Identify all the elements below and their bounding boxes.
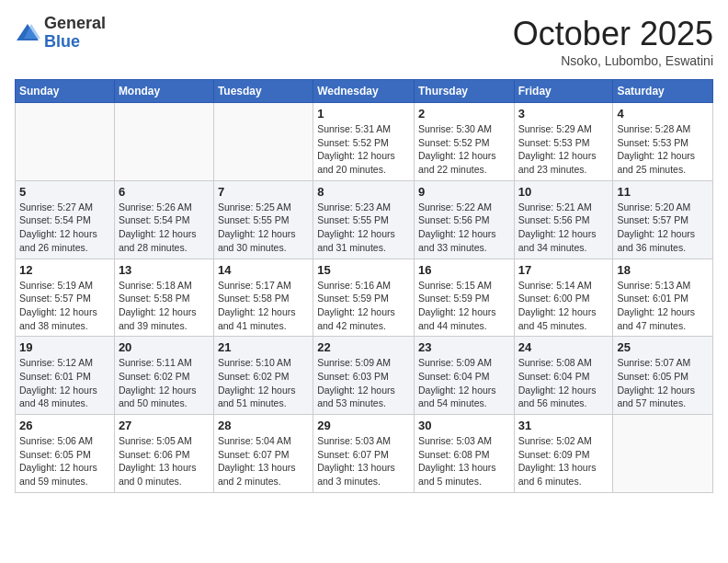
day-number: 27 (119, 419, 210, 432)
calendar-cell: 28Sunrise: 5:04 AMSunset: 6:07 PMDayligh… (213, 415, 313, 493)
location: Nsoko, Lubombo, Eswatini (513, 53, 713, 68)
month-title: October 2025 (513, 15, 713, 53)
day-info: Sunrise: 5:13 AMSunset: 6:01 PMDaylight:… (617, 279, 709, 333)
day-number: 7 (218, 185, 309, 199)
header-sunday: Sunday (16, 80, 115, 103)
calendar-week-1: 1Sunrise: 5:31 AMSunset: 5:52 PMDaylight… (16, 103, 713, 181)
logo-icon (15, 20, 40, 46)
calendar-cell: 26Sunrise: 5:06 AMSunset: 6:05 PMDayligh… (16, 415, 115, 493)
day-number: 28 (218, 419, 309, 432)
day-info: Sunrise: 5:11 AMSunset: 6:02 PMDaylight:… (119, 356, 210, 410)
day-info: Sunrise: 5:25 AMSunset: 5:55 PMDaylight:… (218, 201, 309, 255)
day-info: Sunrise: 5:03 AMSunset: 6:07 PMDaylight:… (317, 434, 410, 488)
day-info: Sunrise: 5:17 AMSunset: 5:58 PMDaylight:… (218, 279, 309, 333)
day-info: Sunrise: 5:28 AMSunset: 5:53 PMDaylight:… (617, 122, 709, 177)
calendar-cell: 11Sunrise: 5:20 AMSunset: 5:57 PMDayligh… (613, 180, 713, 259)
calendar-cell: 22Sunrise: 5:09 AMSunset: 6:03 PMDayligh… (313, 337, 415, 415)
day-info: Sunrise: 5:06 AMSunset: 6:05 PMDaylight:… (19, 434, 110, 488)
day-info: Sunrise: 5:08 AMSunset: 6:04 PMDaylight:… (518, 356, 609, 410)
day-info: Sunrise: 5:22 AMSunset: 5:56 PMDaylight:… (418, 201, 510, 255)
day-number: 5 (19, 185, 110, 199)
calendar-cell: 27Sunrise: 5:05 AMSunset: 6:06 PMDayligh… (114, 415, 213, 493)
day-info: Sunrise: 5:26 AMSunset: 5:54 PMDaylight:… (119, 201, 210, 255)
day-number: 18 (617, 263, 709, 277)
calendar-cell: 1Sunrise: 5:31 AMSunset: 5:52 PMDaylight… (313, 103, 415, 181)
calendar-cell: 25Sunrise: 5:07 AMSunset: 6:05 PMDayligh… (613, 337, 713, 415)
logo: General Blue (15, 15, 106, 52)
page-header: General Blue October 2025 Nsoko, Lubombo… (15, 15, 713, 68)
calendar-cell: 18Sunrise: 5:13 AMSunset: 6:01 PMDayligh… (613, 259, 713, 337)
day-number: 20 (119, 340, 210, 354)
calendar-cell: 6Sunrise: 5:26 AMSunset: 5:54 PMDaylight… (114, 180, 213, 259)
day-number: 12 (19, 263, 110, 277)
calendar-cell: 20Sunrise: 5:11 AMSunset: 6:02 PMDayligh… (114, 337, 213, 415)
logo-blue: Blue (44, 33, 106, 52)
calendar-cell (213, 103, 313, 181)
day-info: Sunrise: 5:21 AMSunset: 5:56 PMDaylight:… (518, 201, 609, 255)
day-number: 21 (218, 340, 309, 354)
header-tuesday: Tuesday (213, 80, 313, 103)
day-info: Sunrise: 5:04 AMSunset: 6:07 PMDaylight:… (218, 434, 309, 488)
calendar-cell: 29Sunrise: 5:03 AMSunset: 6:07 PMDayligh… (313, 415, 415, 493)
day-info: Sunrise: 5:19 AMSunset: 5:57 PMDaylight:… (19, 279, 110, 333)
calendar-cell: 21Sunrise: 5:10 AMSunset: 6:02 PMDayligh… (213, 337, 313, 415)
day-info: Sunrise: 5:09 AMSunset: 6:04 PMDaylight:… (418, 356, 510, 410)
day-info: Sunrise: 5:03 AMSunset: 6:08 PMDaylight:… (418, 434, 510, 488)
calendar-cell: 2Sunrise: 5:30 AMSunset: 5:52 PMDaylight… (414, 103, 514, 181)
calendar-week-5: 26Sunrise: 5:06 AMSunset: 6:05 PMDayligh… (16, 415, 713, 493)
day-info: Sunrise: 5:31 AMSunset: 5:52 PMDaylight:… (317, 122, 410, 177)
calendar-cell: 16Sunrise: 5:15 AMSunset: 5:59 PMDayligh… (414, 259, 514, 337)
day-number: 10 (518, 185, 609, 199)
calendar-cell (114, 103, 213, 181)
day-number: 8 (317, 185, 410, 199)
day-number: 2 (418, 107, 510, 121)
day-number: 17 (518, 263, 609, 277)
day-info: Sunrise: 5:27 AMSunset: 5:54 PMDaylight:… (19, 201, 110, 255)
day-number: 26 (19, 419, 110, 432)
day-number: 11 (617, 185, 709, 199)
day-info: Sunrise: 5:15 AMSunset: 5:59 PMDaylight:… (418, 279, 510, 333)
calendar-cell (613, 415, 713, 493)
header-monday: Monday (114, 80, 213, 103)
day-info: Sunrise: 5:30 AMSunset: 5:52 PMDaylight:… (418, 122, 510, 177)
day-number: 25 (617, 340, 709, 354)
day-number: 4 (617, 107, 709, 121)
day-info: Sunrise: 5:14 AMSunset: 6:00 PMDaylight:… (518, 279, 609, 333)
day-info: Sunrise: 5:09 AMSunset: 6:03 PMDaylight:… (317, 356, 410, 410)
header-wednesday: Wednesday (313, 80, 415, 103)
day-info: Sunrise: 5:20 AMSunset: 5:57 PMDaylight:… (617, 201, 709, 255)
day-number: 1 (317, 107, 410, 121)
day-number: 15 (317, 263, 410, 277)
day-number: 14 (218, 263, 309, 277)
day-number: 19 (19, 340, 110, 354)
calendar-cell: 23Sunrise: 5:09 AMSunset: 6:04 PMDayligh… (414, 337, 514, 415)
calendar-cell: 30Sunrise: 5:03 AMSunset: 6:08 PMDayligh… (414, 415, 514, 493)
calendar-cell: 4Sunrise: 5:28 AMSunset: 5:53 PMDaylight… (613, 103, 713, 181)
day-number: 24 (518, 340, 609, 354)
day-number: 22 (317, 340, 410, 354)
day-info: Sunrise: 5:16 AMSunset: 5:59 PMDaylight:… (317, 279, 410, 333)
calendar-cell: 19Sunrise: 5:12 AMSunset: 6:01 PMDayligh… (16, 337, 115, 415)
calendar-header-row: Sunday Monday Tuesday Wednesday Thursday… (16, 80, 713, 103)
day-info: Sunrise: 5:18 AMSunset: 5:58 PMDaylight:… (119, 279, 210, 333)
calendar-cell: 12Sunrise: 5:19 AMSunset: 5:57 PMDayligh… (16, 259, 115, 337)
calendar-cell (16, 103, 115, 181)
day-info: Sunrise: 5:23 AMSunset: 5:55 PMDaylight:… (317, 201, 410, 255)
day-info: Sunrise: 5:12 AMSunset: 6:01 PMDaylight:… (19, 356, 110, 410)
title-block: October 2025 Nsoko, Lubombo, Eswatini (513, 15, 713, 68)
calendar-cell: 31Sunrise: 5:02 AMSunset: 6:09 PMDayligh… (514, 415, 613, 493)
calendar-cell: 3Sunrise: 5:29 AMSunset: 5:53 PMDaylight… (514, 103, 613, 181)
logo-general: General (44, 15, 106, 33)
calendar-cell: 9Sunrise: 5:22 AMSunset: 5:56 PMDaylight… (414, 180, 514, 259)
day-number: 3 (518, 107, 609, 121)
day-info: Sunrise: 5:02 AMSunset: 6:09 PMDaylight:… (518, 434, 609, 488)
day-info: Sunrise: 5:10 AMSunset: 6:02 PMDaylight:… (218, 356, 309, 410)
day-number: 29 (317, 419, 410, 432)
calendar-cell: 7Sunrise: 5:25 AMSunset: 5:55 PMDaylight… (213, 180, 313, 259)
day-info: Sunrise: 5:07 AMSunset: 6:05 PMDaylight:… (617, 356, 709, 410)
day-info: Sunrise: 5:05 AMSunset: 6:06 PMDaylight:… (119, 434, 210, 488)
calendar-week-2: 5Sunrise: 5:27 AMSunset: 5:54 PMDaylight… (16, 180, 713, 259)
day-number: 30 (418, 419, 510, 432)
calendar-week-4: 19Sunrise: 5:12 AMSunset: 6:01 PMDayligh… (16, 337, 713, 415)
day-number: 23 (418, 340, 510, 354)
